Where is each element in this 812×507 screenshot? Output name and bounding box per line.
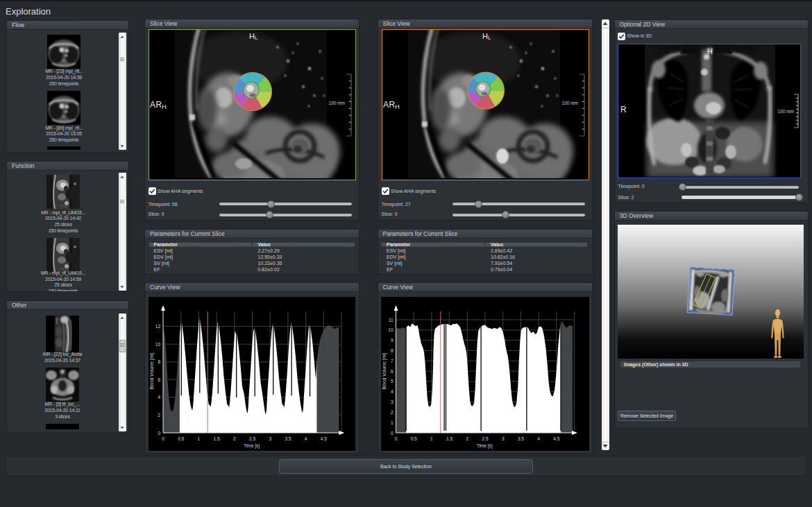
svg-text:100 mm: 100 mm: [561, 101, 577, 105]
svg-text:Blood Volume [ml]: Blood Volume [ml]: [149, 353, 155, 390]
svg-text:8: 8: [391, 348, 394, 353]
svg-text:1: 1: [391, 420, 394, 425]
svg-text:Blood Volume [ml]: Blood Volume [ml]: [382, 353, 387, 390]
svg-text:2: 2: [466, 436, 468, 441]
svg-text:2: 2: [391, 410, 394, 415]
svg-text:0: 0: [158, 431, 160, 436]
svg-text:Time [s]: Time [s]: [477, 443, 493, 449]
svg-text:4: 4: [305, 436, 307, 441]
svg-text:7: 7: [391, 359, 394, 363]
svg-text:12: 12: [155, 324, 161, 329]
svg-text:4: 4: [158, 395, 160, 399]
svg-text:6: 6: [158, 377, 160, 382]
svg-text:2: 2: [233, 436, 236, 441]
svg-text:9: 9: [391, 338, 394, 343]
svg-text:H: H: [707, 47, 713, 55]
svg-text:2.5: 2.5: [249, 436, 255, 441]
svg-text:0.5: 0.5: [411, 436, 417, 441]
svg-text:3.5: 3.5: [518, 436, 524, 441]
svg-text:R: R: [620, 105, 627, 114]
svg-text:0.5: 0.5: [178, 436, 184, 441]
svg-text:1: 1: [430, 436, 433, 441]
svg-text:1: 1: [198, 436, 201, 441]
svg-text:0: 0: [395, 436, 398, 441]
svg-text:100 mm: 100 mm: [328, 101, 344, 105]
svg-text:0: 0: [391, 431, 394, 436]
svg-text:4: 4: [391, 389, 394, 394]
svg-text:3: 3: [502, 436, 505, 441]
svg-text:2.5: 2.5: [482, 436, 488, 441]
svg-text:2: 2: [158, 413, 160, 418]
svg-text:11: 11: [389, 318, 394, 323]
svg-text:Time [s]: Time [s]: [244, 443, 260, 449]
svg-text:4.5: 4.5: [553, 436, 559, 441]
svg-text:5: 5: [391, 379, 394, 384]
svg-text:4.5: 4.5: [321, 436, 327, 441]
svg-text:3: 3: [269, 436, 271, 441]
svg-text:100 mm: 100 mm: [778, 109, 794, 114]
svg-text:4: 4: [537, 436, 540, 441]
svg-text:3: 3: [391, 399, 394, 404]
svg-text:1.5: 1.5: [446, 436, 452, 441]
svg-text:6: 6: [391, 369, 394, 374]
svg-text:10: 10: [155, 342, 161, 347]
svg-text:8: 8: [158, 359, 160, 364]
svg-text:10: 10: [388, 327, 394, 332]
svg-text:1.5: 1.5: [214, 436, 220, 441]
svg-text:3.5: 3.5: [285, 436, 291, 441]
svg-text:0: 0: [162, 436, 164, 441]
